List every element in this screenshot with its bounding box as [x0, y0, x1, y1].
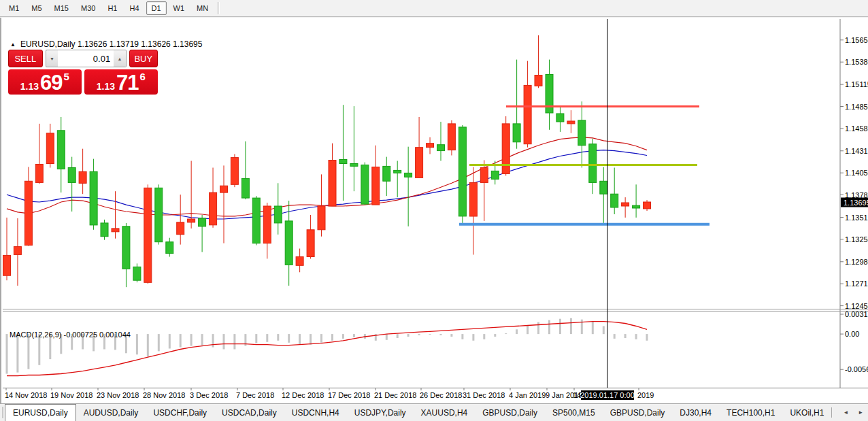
- tabbar-grip: [2, 407, 3, 418]
- candle-bullish: [252, 198, 260, 243]
- macd-histogram-bar: [27, 334, 29, 369]
- timeframe-button-w1[interactable]: W1: [168, 1, 190, 15]
- candle-bullish: [513, 124, 520, 142]
- candle-bearish: [177, 222, 184, 235]
- tab-eurusd-daily[interactable]: EURUSD,Daily: [5, 404, 76, 421]
- tab-usdcnh-h4[interactable]: USDCNH,H4: [284, 404, 347, 421]
- macd-histogram-bar: [548, 320, 550, 335]
- candle-bearish: [318, 206, 325, 230]
- collapse-panel-icon[interactable]: ▲: [10, 41, 16, 48]
- tab-audusd-daily[interactable]: AUDUSD,Daily: [76, 404, 146, 421]
- candle-bullish: [405, 173, 412, 177]
- macd-histogram-bar: [386, 334, 388, 340]
- macd-histogram-bar: [537, 322, 539, 335]
- macd-histogram-bar: [353, 334, 355, 337]
- tab-gbpusd-daily[interactable]: GBPUSD,Daily: [603, 404, 673, 421]
- tab-ukoil-h1[interactable]: UKOil,H1: [782, 404, 831, 421]
- tab-usdchf-daily[interactable]: USDCHF,Daily: [146, 404, 214, 421]
- candle-bullish: [556, 114, 564, 122]
- macd-histogram-bar: [614, 334, 616, 339]
- tab-scroll-right-icon[interactable]: ►: [853, 407, 868, 418]
- volume-input[interactable]: [58, 50, 114, 67]
- candle-bullish: [199, 218, 206, 226]
- tab-tech100-h1[interactable]: TECH100,H1: [719, 404, 782, 421]
- candle-bullish: [68, 168, 76, 183]
- candle-bearish: [480, 168, 488, 183]
- timeframe-button-m1[interactable]: M1: [3, 1, 24, 15]
- macd-histogram-bar: [494, 334, 496, 337]
- one-click-trading-panel: SELL ▼ ▲ BUY 1.13 69 5 1.13 71: [8, 50, 158, 95]
- timeframe-button-mn[interactable]: MN: [191, 1, 214, 15]
- date-axis-label: 31 Dec 2018: [463, 391, 505, 399]
- sell-price-panel[interactable]: 1.13 69 5: [8, 69, 82, 95]
- candle-bullish: [611, 194, 618, 207]
- macd-histogram-bar: [407, 334, 410, 337]
- tab-scroll-left-icon[interactable]: ◄: [838, 407, 853, 418]
- timeframe-button-h4[interactable]: H4: [124, 1, 144, 15]
- macd-histogram-bar: [516, 329, 518, 334]
- candle-bullish: [241, 178, 249, 198]
- chevron-down-icon: ▼: [50, 56, 54, 61]
- candle-bearish: [535, 75, 542, 86]
- candle-bearish: [307, 230, 314, 257]
- timeframe-button-d1[interactable]: D1: [146, 1, 167, 15]
- candle-bullish: [458, 127, 466, 216]
- buy-button[interactable]: BUY: [129, 50, 158, 67]
- candle-bearish: [144, 188, 152, 282]
- date-axis-label: 14 Nov 2018: [5, 391, 47, 399]
- macd-histogram-bar: [342, 334, 344, 339]
- date-axis-label: 21 Dec 2018: [374, 391, 416, 399]
- candle-bearish: [220, 186, 228, 192]
- candle-bearish: [469, 182, 477, 216]
- chart-region[interactable]: 1.156501.153851.151151.148501.145851.143…: [0, 18, 868, 403]
- candle-bearish: [372, 167, 380, 205]
- buy-price-sup: 6: [139, 71, 145, 82]
- tab-dj30-h4[interactable]: DJ30,H4: [672, 404, 719, 421]
- trading-terminal-window: M1M5M15M30H1H4D1W1MN 1.156501.153851.151…: [0, 0, 868, 421]
- date-axis-label: 7 Dec 2018: [236, 391, 274, 399]
- macd-histogram-bar: [223, 334, 225, 349]
- volume-increase-button[interactable]: ▲: [114, 50, 126, 67]
- timeframe-button-m30[interactable]: M30: [76, 1, 101, 15]
- candle-bullish: [437, 145, 445, 151]
- candle-bearish: [644, 202, 651, 209]
- macd-histogram-bar: [136, 334, 138, 354]
- macd-histogram-bar: [527, 326, 529, 335]
- macd-histogram-bar: [147, 334, 149, 356]
- tab-scroll-controls: ◄►: [831, 404, 868, 421]
- timeframe-toolbar: M1M5M15M30H1H4D1W1MN: [0, 0, 868, 17]
- candle-bearish: [427, 144, 434, 148]
- buy-price-panel[interactable]: 1.13 71 6: [84, 69, 158, 95]
- macd-histogram-bar: [255, 334, 257, 343]
- buy-price-big: 71: [116, 73, 138, 92]
- volume-decrease-button[interactable]: ▼: [46, 50, 58, 67]
- tab-xauusd-h4[interactable]: XAUUSD,H4: [414, 404, 475, 421]
- candle-bearish: [112, 229, 119, 232]
- macd-histogram-bar: [418, 334, 420, 335]
- timeframe-button-h1[interactable]: H1: [102, 1, 122, 15]
- macd-histogram-bar: [635, 334, 637, 339]
- candle-bullish: [155, 188, 163, 241]
- candle-bearish: [524, 85, 531, 144]
- candle-bearish: [296, 257, 303, 266]
- macd-histogram-bar: [6, 334, 8, 373]
- candle-bearish: [263, 206, 271, 243]
- timeframe-button-m5[interactable]: M5: [26, 1, 47, 15]
- candle-bearish: [3, 255, 11, 275]
- macd-indicator-label: MACD(12,26,9) -0.000725 0.001044: [10, 331, 131, 339]
- tab-gbpusd-daily[interactable]: GBPUSD,Daily: [475, 404, 545, 421]
- tab-usdcad-daily[interactable]: USDCAD,Daily: [214, 404, 284, 421]
- macd-histogram-bar: [310, 334, 312, 345]
- chart-title: ▲EURUSD,Daily 1.13626 1.13719 1.13626 1.…: [10, 39, 202, 49]
- tab-sp500-m15[interactable]: SP500,M15: [545, 404, 603, 421]
- tab-usdjpy-daily[interactable]: USDJPY,Daily: [347, 404, 414, 421]
- candle-bearish: [416, 148, 423, 178]
- sell-button[interactable]: SELL: [8, 50, 43, 67]
- macd-histogram-bar: [16, 334, 18, 372]
- price-axis-label: 1.15650: [845, 36, 868, 44]
- candle-bearish: [24, 181, 32, 245]
- timeframe-button-m15[interactable]: M15: [49, 1, 74, 15]
- macd-histogram-bar: [212, 334, 214, 348]
- candle-bearish: [622, 203, 629, 206]
- macd-histogram-bar: [158, 334, 160, 351]
